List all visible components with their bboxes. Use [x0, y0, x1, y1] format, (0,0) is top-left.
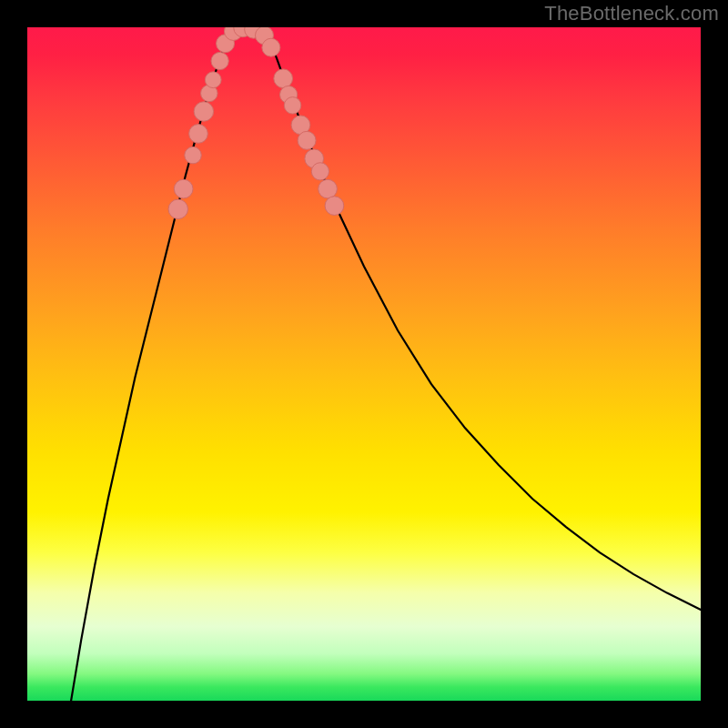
- data-markers: [168, 27, 344, 219]
- data-marker: [168, 199, 187, 218]
- data-marker: [262, 38, 280, 56]
- data-marker: [274, 69, 293, 88]
- curve-path: [71, 28, 701, 701]
- data-marker: [284, 97, 301, 115]
- data-marker: [311, 163, 329, 180]
- data-marker: [185, 147, 202, 164]
- data-marker: [189, 125, 208, 144]
- data-marker: [298, 131, 316, 149]
- bottleneck-curve: [71, 28, 701, 701]
- data-marker: [194, 102, 213, 121]
- data-marker: [318, 179, 338, 198]
- data-marker: [205, 72, 221, 88]
- data-marker: [325, 197, 344, 216]
- chart-svg: [27, 27, 701, 701]
- data-marker: [211, 52, 228, 69]
- data-marker: [174, 179, 193, 198]
- chart-frame: TheBottleneck.com: [0, 0, 728, 728]
- plot-area: [27, 27, 701, 701]
- attribution-text: TheBottleneck.com: [544, 2, 719, 25]
